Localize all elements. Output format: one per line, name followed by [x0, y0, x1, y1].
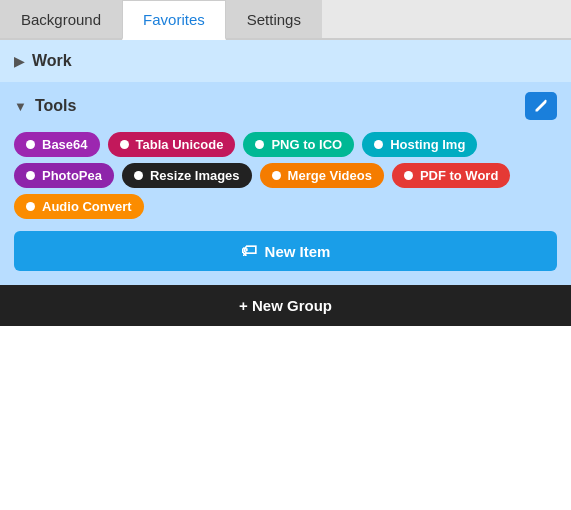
tag-resize-images[interactable]: Resize Images	[122, 163, 252, 188]
tag-label: Resize Images	[150, 168, 240, 183]
tag-png-to-ico[interactable]: PNG to ICO	[243, 132, 354, 157]
tag-base64[interactable]: Base64	[14, 132, 100, 157]
tag-label: PDF to Word	[420, 168, 498, 183]
tag-dot	[26, 171, 35, 180]
tools-section: ▼ Tools Base64 Tabla Unicode PNG to ICO	[0, 82, 571, 285]
tab-bar: Background Favorites Settings	[0, 0, 571, 40]
tools-edit-button[interactable]	[525, 92, 557, 120]
work-section[interactable]: ▶ Work	[0, 40, 571, 82]
tag-label: Base64	[42, 137, 88, 152]
tools-title[interactable]: ▼ Tools	[14, 97, 76, 115]
tag-photopea[interactable]: PhotoPea	[14, 163, 114, 188]
bottom-area	[0, 326, 571, 474]
tag-label: Hosting Img	[390, 137, 465, 152]
tag-tabla-unicode[interactable]: Tabla Unicode	[108, 132, 236, 157]
tag-pdf-to-word[interactable]: PDF to Word	[392, 163, 510, 188]
work-arrow: ▶	[14, 54, 24, 69]
tools-arrow: ▼	[14, 99, 27, 114]
tag-label: Audio Convert	[42, 199, 132, 214]
tag-dot	[134, 171, 143, 180]
tag-dot	[374, 140, 383, 149]
tags-row-1: Base64 Tabla Unicode PNG to ICO Hosting …	[14, 132, 557, 157]
new-group-label: + New Group	[239, 297, 332, 314]
tag-label: Tabla Unicode	[136, 137, 224, 152]
tools-header: ▼ Tools	[14, 92, 557, 120]
tag-dot	[272, 171, 281, 180]
work-label: Work	[32, 52, 72, 70]
tab-background[interactable]: Background	[0, 0, 122, 38]
main-content: ▶ Work ▼ Tools Base64 Tabla Unicode	[0, 40, 571, 474]
tools-label: Tools	[35, 97, 76, 115]
new-item-label: New Item	[265, 243, 331, 260]
tag-dot	[404, 171, 413, 180]
tag-dot	[26, 202, 35, 211]
tag-merge-videos[interactable]: Merge Videos	[260, 163, 384, 188]
tags-row-2: PhotoPea Resize Images Merge Videos PDF …	[14, 163, 557, 188]
new-item-icon: 🏷	[241, 242, 257, 260]
tab-favorites[interactable]: Favorites	[122, 0, 226, 40]
new-group-bar[interactable]: + New Group	[0, 285, 571, 326]
edit-icon	[533, 98, 549, 114]
tag-audio-convert[interactable]: Audio Convert	[14, 194, 144, 219]
tab-settings[interactable]: Settings	[226, 0, 322, 38]
tag-hosting-img[interactable]: Hosting Img	[362, 132, 477, 157]
tag-label: PhotoPea	[42, 168, 102, 183]
tag-dot	[120, 140, 129, 149]
tag-dot	[26, 140, 35, 149]
new-item-button[interactable]: 🏷 New Item	[14, 231, 557, 271]
tag-dot	[255, 140, 264, 149]
tags-row-3: Audio Convert	[14, 194, 557, 219]
tag-label: PNG to ICO	[271, 137, 342, 152]
tag-label: Merge Videos	[288, 168, 372, 183]
